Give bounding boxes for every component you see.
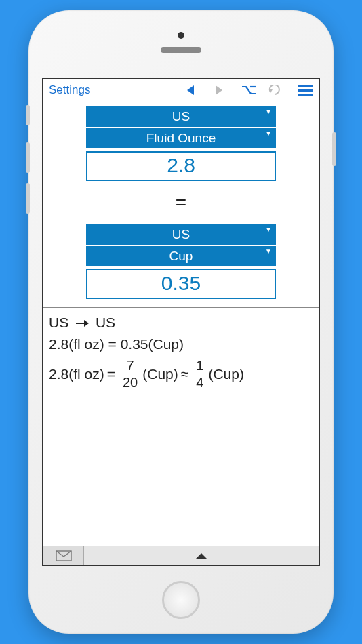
to-system-label: US <box>172 227 190 241</box>
from-value-input[interactable]: 2.8 <box>86 151 276 181</box>
caret-down-icon: ▼ <box>265 226 272 233</box>
mail-button[interactable] <box>43 546 84 565</box>
phone-frame: Settings <box>28 10 334 634</box>
next-icon[interactable] <box>214 85 239 95</box>
phone-volume-up <box>26 142 30 173</box>
decimal-right: 0.35(Cup) <box>121 336 184 352</box>
menu-icon[interactable] <box>296 83 315 98</box>
svg-marker-6 <box>196 553 207 559</box>
from-unit-label: Fluid Ounce <box>146 131 216 145</box>
settings-button[interactable]: Settings <box>47 82 92 98</box>
fraction-exact: 7 20 <box>120 359 140 389</box>
caret-down-icon: ▼ <box>265 108 272 115</box>
phone-volume-down <box>26 183 30 214</box>
arrow-right-icon <box>75 312 89 334</box>
system-conversion-line: US US <box>49 312 313 334</box>
to-unit-label: Cup <box>169 249 193 263</box>
decimal-result-line: 2.8(fl oz) = 0.35(Cup) <box>49 334 313 355</box>
fraction-approx: 1 4 <box>193 359 206 389</box>
phone-camera <box>178 32 184 39</box>
from-system-label: US <box>172 109 190 123</box>
phone-home-button <box>162 581 200 619</box>
svg-marker-1 <box>216 85 222 95</box>
equals-sign: = <box>176 181 186 224</box>
results-from-system: US <box>49 315 68 330</box>
phone-speaker <box>161 47 201 53</box>
caret-down-icon: ▼ <box>265 247 272 255</box>
approx-symbol: ≈ <box>181 363 189 385</box>
caret-down-icon: ▼ <box>265 129 272 137</box>
to-system-dropdown[interactable]: US ▼ <box>86 224 276 245</box>
app-screen: Settings <box>42 78 320 566</box>
expand-up-button[interactable] <box>84 546 319 565</box>
undo-icon[interactable] <box>268 85 293 95</box>
from-system-dropdown[interactable]: US ▼ <box>86 106 276 127</box>
svg-marker-4 <box>84 320 89 327</box>
results-to-system: US <box>96 315 115 330</box>
phone-mute-switch <box>26 105 30 125</box>
prev-icon[interactable] <box>187 85 212 95</box>
fraction-exact-unit: (Cup) <box>142 363 178 385</box>
to-value-output[interactable]: 0.35 <box>86 269 276 299</box>
phone-side-button <box>332 132 336 166</box>
to-unit-dropdown[interactable]: Cup ▼ <box>86 246 276 266</box>
results-panel: US US 2.8(fl oz) = 0.35(Cup) 2.8(fl oz) … <box>43 308 319 546</box>
from-unit-dropdown[interactable]: Fluid Ounce ▼ <box>86 128 276 148</box>
fraction-left: 2.8(fl oz) <box>49 363 104 385</box>
decimal-left: 2.8(fl oz) <box>49 336 104 352</box>
fraction-result-line: 2.8(fl oz) = 7 20 (Cup) ≈ 1 4 (Cup) <box>49 359 313 389</box>
converter-panel: US ▼ Fluid Ounce ▼ 2.8 = US ▼ Cup ▼ 0.35 <box>43 101 319 308</box>
fraction-approx-unit: (Cup) <box>208 363 244 385</box>
bottom-bar <box>43 546 319 565</box>
toolbar: Settings <box>43 79 319 101</box>
svg-marker-0 <box>187 85 194 95</box>
option-key-icon[interactable] <box>241 85 266 95</box>
